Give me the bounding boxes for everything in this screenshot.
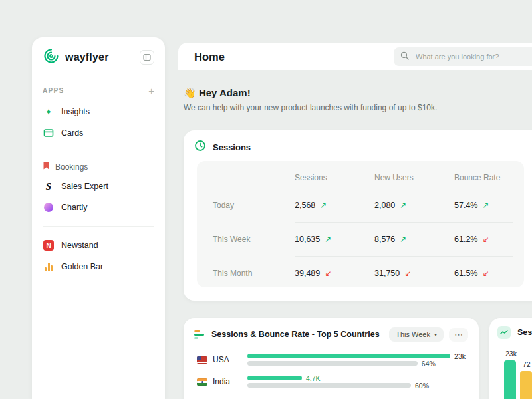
- sidebar-item-golden-bar[interactable]: Golden Bar: [43, 256, 154, 277]
- metric-value: 2,080: [374, 201, 395, 210]
- sessions-bar: [247, 376, 302, 380]
- bar-value-label: 72: [523, 360, 531, 368]
- trend-arrow-icon: ↙: [482, 235, 489, 243]
- column-header-new-users: New Users: [374, 173, 454, 182]
- sidebar: wayflyer APPS + ✦ Insights Cards Booking…: [32, 37, 165, 399]
- sidebar-item-newstand[interactable]: N Newstand: [43, 235, 154, 256]
- trend-line-icon: [497, 326, 511, 339]
- yellow-bar: [520, 371, 532, 399]
- country-bars-chart: USA 23k 64% India 4.7K: [184, 351, 479, 388]
- sessions-value-label: 23k: [454, 352, 466, 360]
- metric-value: 39,489: [295, 269, 320, 278]
- sidebar-item-insights[interactable]: ✦ Insights: [43, 101, 154, 122]
- cards-icon: [43, 128, 55, 138]
- metric-value: 2,568: [295, 201, 315, 210]
- column-header-bounce-rate: Bounce Rate: [454, 173, 524, 182]
- countries-card-title: Sessions & Bounce Rate - Top 5 Countries: [211, 330, 380, 339]
- sidebar-item-label: Sales Expert: [61, 182, 108, 191]
- collapse-panel-icon: [143, 53, 151, 61]
- search-input[interactable]: [414, 52, 532, 61]
- chevron-down-icon: ▾: [434, 332, 437, 338]
- sidebar-item-label: Golden Bar: [61, 262, 103, 271]
- trend-arrow-icon: ↙: [325, 269, 331, 277]
- countries-card-header: Sessions & Bounce Rate - Top 5 Countries…: [184, 318, 479, 351]
- sales-expert-icon: S: [43, 181, 55, 192]
- filter-label: This Week: [396, 331, 430, 338]
- mini-sessions-card: Sessions 23k 72: [489, 318, 532, 399]
- sidebar-item-cards[interactable]: Cards: [43, 122, 154, 144]
- greeting-block: 👋 Hey Adam! We can help with your new pr…: [184, 87, 437, 112]
- table-header-row: Sessions New Users Bounce Rate: [213, 166, 524, 189]
- metric-value: 57.4%: [454, 201, 477, 210]
- mini-card-title: Sessions: [517, 328, 532, 337]
- app-name: wayflyer: [65, 51, 109, 63]
- countries-card: Sessions & Bounce Rate - Top 5 Countries…: [184, 318, 479, 399]
- sidebar-item-label: Insights: [61, 107, 90, 116]
- bounce-value-label: 64%: [422, 360, 436, 368]
- green-bar: [504, 360, 516, 399]
- trend-arrow-icon: ↙: [404, 269, 411, 277]
- clock-icon: [194, 140, 206, 154]
- usa-flag-icon: [197, 356, 207, 364]
- metric-value: 10,635: [295, 235, 320, 244]
- more-options-button[interactable]: ⋯: [449, 328, 468, 342]
- page-title: Home: [194, 51, 225, 63]
- chartly-icon: [43, 203, 55, 212]
- sidebar-item-sales-expert[interactable]: S Sales Expert: [43, 176, 154, 197]
- bounce-value-label: 60%: [415, 382, 429, 390]
- week-filter-dropdown[interactable]: This Week ▾: [389, 327, 444, 342]
- logo-row: wayflyer: [43, 39, 154, 76]
- sessions-card-header: Sessions: [184, 130, 532, 164]
- greeting-title: 👋 Hey Adam!: [184, 87, 437, 99]
- country-row: USA 23k 64%: [197, 354, 466, 366]
- india-flag-icon: [197, 378, 207, 386]
- trend-arrow-icon: ↗: [325, 235, 331, 243]
- table-row: This Week 10,635↗ 8,576↗ 61.2%↙: [213, 223, 524, 256]
- wayflyer-logo-icon: [43, 47, 60, 67]
- table-row: This Month 39,489↙ 31,750↙ 61.5%↙: [213, 257, 524, 290]
- sidebar-item-label: Newstand: [61, 241, 98, 250]
- sidebar-item-chartly[interactable]: Chartly: [43, 197, 154, 218]
- sessions-value-label: 4.7K: [306, 374, 321, 382]
- row-label: This Week: [213, 235, 295, 244]
- row-label: This Month: [213, 269, 295, 278]
- golden-bar-icon: [43, 263, 55, 271]
- sessions-bar: [247, 354, 450, 358]
- bounce-bar: [247, 383, 411, 388]
- apps-section-label: APPS: [43, 87, 64, 94]
- bookings-section-header[interactable]: Bookings: [43, 158, 154, 176]
- newstand-icon: N: [43, 240, 55, 251]
- sessions-card-title: Sessions: [213, 142, 251, 152]
- mini-card-header: Sessions: [489, 318, 532, 347]
- trend-arrow-icon: ↙: [482, 269, 489, 277]
- add-app-button[interactable]: +: [148, 86, 154, 96]
- sessions-card: Sessions Sessions New Users Bounce Rate …: [184, 130, 532, 301]
- sidebar-divider: [43, 226, 154, 227]
- metric-value: 8,576: [374, 235, 395, 244]
- search-icon: [400, 51, 409, 63]
- apps-section-header: APPS +: [43, 84, 154, 97]
- trend-arrow-icon: ↗: [400, 235, 406, 243]
- bar-value-label: 23k: [505, 350, 517, 358]
- trend-arrow-icon: ↗: [320, 201, 327, 209]
- metric-value: 31,750: [374, 269, 400, 278]
- metric-value: 61.2%: [454, 235, 477, 244]
- bounce-bar: [247, 361, 418, 366]
- bookings-section-label: Bookings: [55, 162, 88, 172]
- country-label: India: [213, 377, 242, 386]
- bar-rank-icon: [194, 330, 205, 339]
- sidebar-item-label: Chartly: [61, 203, 88, 212]
- collapse-sidebar-button[interactable]: [140, 50, 154, 65]
- row-label: Today: [213, 201, 295, 210]
- trend-arrow-icon: ↗: [400, 201, 406, 209]
- country-label: USA: [213, 355, 242, 364]
- top-bar: Home: [178, 43, 532, 70]
- sessions-table: Sessions New Users Bounce Rate Today 2,5…: [197, 161, 524, 287]
- search-bar[interactable]: [394, 47, 532, 66]
- bookmark-icon: [43, 162, 50, 172]
- greeting-subtitle: We can help with your new product launch…: [184, 103, 437, 112]
- sidebar-item-label: Cards: [61, 128, 83, 138]
- trend-arrow-icon: ↗: [482, 201, 489, 209]
- table-row: Today 2,568↗ 2,080↗ 57.4%↗: [213, 189, 524, 222]
- insights-icon: ✦: [43, 107, 55, 117]
